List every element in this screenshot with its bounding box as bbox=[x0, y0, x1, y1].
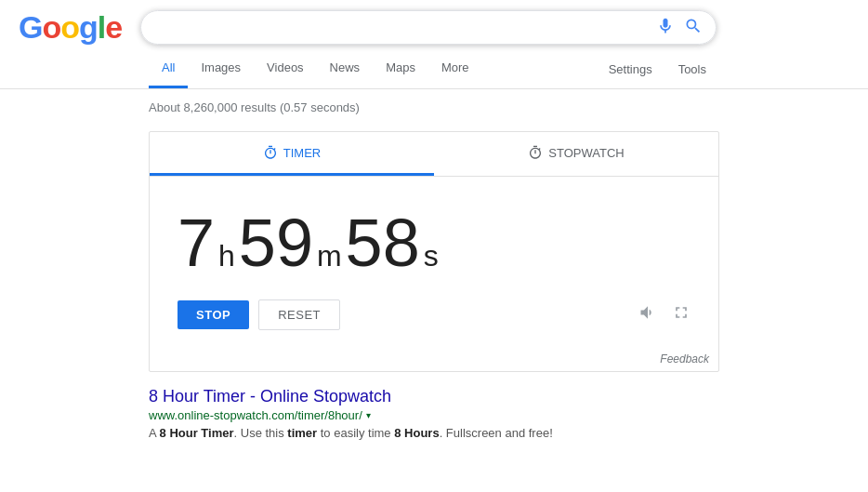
snippet-middle: . Use this bbox=[234, 426, 288, 440]
tab-maps[interactable]: Maps bbox=[373, 49, 428, 88]
snippet-prefix: A bbox=[149, 426, 160, 440]
header: Google timer 8 hours bbox=[0, 0, 868, 46]
url-dropdown-icon[interactable]: ▾ bbox=[366, 410, 371, 420]
tab-all[interactable]: All bbox=[149, 49, 188, 88]
tab-news[interactable]: News bbox=[317, 49, 374, 88]
snippet-bold3: 8 Hours bbox=[394, 426, 439, 440]
timer-controls: STOP RESET bbox=[178, 299, 690, 330]
tab-stopwatch-label: STOPWATCH bbox=[548, 146, 624, 160]
search-box[interactable]: timer 8 hours bbox=[140, 10, 717, 45]
widget-icons bbox=[638, 303, 690, 326]
results-info: About 8,260,000 results (0.57 seconds) bbox=[0, 93, 868, 122]
search-input[interactable]: timer 8 hours bbox=[154, 20, 647, 36]
settings-link[interactable]: Settings bbox=[596, 51, 665, 87]
tab-videos[interactable]: Videos bbox=[254, 49, 317, 88]
snippet-suffix: to easily time bbox=[317, 426, 394, 440]
snippet-bold1: 8 Hour Timer bbox=[160, 426, 234, 440]
timer-seconds: 58 bbox=[346, 205, 420, 281]
seconds-unit: s bbox=[424, 239, 439, 273]
reset-button[interactable]: RESET bbox=[258, 299, 340, 330]
nav-tabs: All Images Videos News Maps More Setting… bbox=[0, 49, 868, 89]
tools-link[interactable]: Tools bbox=[665, 51, 719, 87]
timer-hours: 7 bbox=[178, 205, 215, 281]
result-url: www.online-stopwatch.com/timer/8hour/ ▾ bbox=[149, 408, 719, 422]
stop-button[interactable]: STOP bbox=[178, 300, 249, 329]
timer-time: 7h 59m 58s bbox=[178, 205, 690, 281]
snippet-end: . Fullscreen and free! bbox=[440, 426, 553, 440]
result-snippet: A 8 Hour Timer. Use this timer to easily… bbox=[149, 424, 719, 443]
tab-timer[interactable]: TIMER bbox=[150, 132, 434, 176]
feedback-row: Feedback bbox=[150, 349, 718, 371]
timer-display: 7h 59m 58s STOP RESET bbox=[150, 177, 718, 349]
timer-minutes: 59 bbox=[239, 205, 313, 281]
tab-more[interactable]: More bbox=[428, 49, 482, 88]
microphone-icon[interactable] bbox=[656, 17, 675, 38]
result-url-text: www.online-stopwatch.com/timer/8hour/ bbox=[149, 408, 362, 422]
timer-widget: TIMER STOPWATCH 7h 59m 58s STOP RESET bbox=[149, 131, 719, 372]
tab-timer-label: TIMER bbox=[283, 146, 321, 160]
hours-unit: h bbox=[218, 239, 235, 273]
snippet-bold2: timer bbox=[287, 426, 317, 440]
feedback-link[interactable]: Feedback bbox=[660, 352, 709, 366]
volume-icon[interactable] bbox=[638, 303, 657, 326]
result-title-link[interactable]: 8 Hour Timer - Online Stopwatch bbox=[149, 387, 391, 406]
fullscreen-icon[interactable] bbox=[672, 303, 690, 326]
widget-tabs: TIMER STOPWATCH bbox=[150, 132, 718, 177]
minutes-unit: m bbox=[317, 239, 342, 273]
google-logo[interactable]: Google bbox=[19, 9, 122, 46]
search-result: 8 Hour Timer - Online Stopwatch www.onli… bbox=[149, 387, 719, 443]
tab-stopwatch[interactable]: STOPWATCH bbox=[434, 132, 718, 176]
search-icon[interactable] bbox=[684, 17, 703, 38]
tab-images[interactable]: Images bbox=[188, 49, 254, 88]
